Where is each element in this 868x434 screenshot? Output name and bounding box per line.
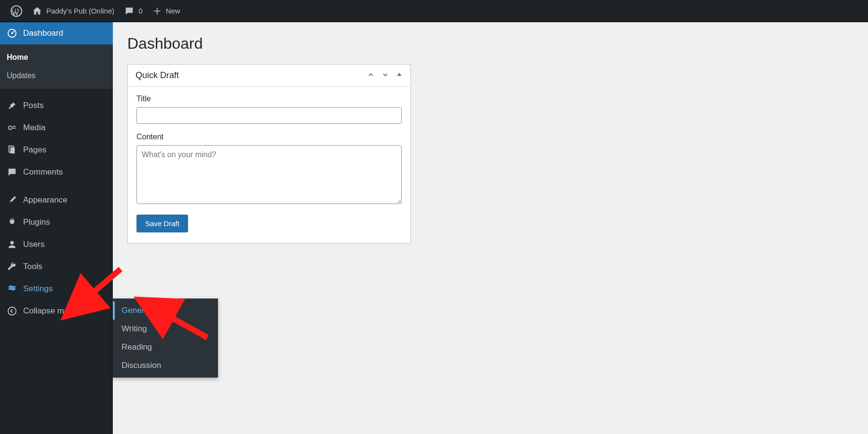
sidebar-item-label: Collapse menu bbox=[23, 306, 78, 316]
widget-header: Quick Draft bbox=[128, 65, 410, 87]
admin-sidebar: Dashboard Home Updates Posts Media Pages… bbox=[0, 22, 113, 434]
svg-rect-5 bbox=[10, 148, 14, 154]
sidebar-item-label: Appearance bbox=[23, 195, 68, 205]
new-content-link[interactable]: New bbox=[148, 0, 185, 22]
sidebar-item-dashboard[interactable]: Dashboard bbox=[0, 22, 113, 44]
chevron-up-icon[interactable] bbox=[367, 71, 375, 81]
wrench-icon bbox=[7, 261, 17, 272]
site-name: Paddy's Pub (Online) bbox=[46, 7, 114, 15]
home-icon bbox=[32, 6, 42, 16]
site-link[interactable]: Paddy's Pub (Online) bbox=[27, 0, 119, 22]
sidebar-item-label: Media bbox=[23, 123, 45, 133]
sidebar-item-label: Posts bbox=[23, 101, 44, 110]
plus-icon bbox=[152, 6, 162, 16]
sidebar-item-label: Settings bbox=[23, 284, 53, 294]
wordpress-icon bbox=[11, 5, 22, 17]
svg-point-11 bbox=[8, 307, 16, 315]
triangle-up-icon[interactable] bbox=[396, 71, 403, 81]
submenu-item-home[interactable]: Home bbox=[0, 48, 113, 67]
sidebar-item-pages[interactable]: Pages bbox=[0, 139, 113, 161]
comments-count: 0 bbox=[138, 7, 142, 15]
pages-icon bbox=[7, 145, 17, 155]
user-icon bbox=[7, 239, 17, 250]
sidebar-item-label: Tools bbox=[23, 262, 42, 271]
sidebar-item-appearance[interactable]: Appearance bbox=[0, 189, 113, 211]
collapse-icon bbox=[7, 306, 17, 316]
main-content: Dashboard Quick Draft Title Content Save… bbox=[113, 22, 868, 256]
sidebar-item-label: Plugins bbox=[23, 217, 50, 227]
plug-icon bbox=[7, 217, 17, 228]
brush-icon bbox=[7, 195, 17, 205]
title-input[interactable] bbox=[136, 107, 402, 124]
dashboard-icon bbox=[7, 28, 17, 39]
sidebar-item-settings[interactable]: Settings bbox=[0, 278, 113, 300]
page-title: Dashboard bbox=[127, 35, 854, 53]
new-label: New bbox=[166, 7, 180, 15]
svg-point-3 bbox=[9, 126, 12, 129]
sidebar-item-posts[interactable]: Posts bbox=[0, 95, 113, 117]
settings-flyout: General Writing Reading Discussion bbox=[113, 298, 218, 378]
widget-controls bbox=[367, 71, 403, 81]
svg-rect-10 bbox=[13, 287, 14, 290]
sidebar-item-tools[interactable]: Tools bbox=[0, 256, 113, 278]
svg-point-2 bbox=[11, 32, 13, 34]
chevron-down-icon[interactable] bbox=[381, 71, 389, 81]
svg-point-6 bbox=[10, 241, 14, 244]
sidebar-item-media[interactable]: Media bbox=[0, 117, 113, 139]
sidebar-item-plugins[interactable]: Plugins bbox=[0, 211, 113, 233]
sidebar-item-label: Pages bbox=[23, 145, 46, 155]
save-draft-button[interactable]: Save Draft bbox=[136, 215, 188, 232]
widget-title: Quick Draft bbox=[136, 70, 179, 81]
comment-icon bbox=[124, 6, 135, 16]
settings-icon bbox=[7, 284, 17, 294]
sidebar-item-label: Dashboard bbox=[23, 28, 63, 38]
comments-link[interactable]: 0 bbox=[119, 0, 147, 22]
flyout-item-reading[interactable]: Reading bbox=[113, 338, 218, 356]
dashboard-submenu: Home Updates bbox=[0, 44, 113, 89]
pin-icon bbox=[7, 100, 17, 111]
admin-bar: Paddy's Pub (Online) 0 New bbox=[0, 0, 868, 22]
sidebar-item-users[interactable]: Users bbox=[0, 233, 113, 256]
sidebar-collapse[interactable]: Collapse menu bbox=[0, 300, 113, 322]
svg-rect-8 bbox=[9, 288, 16, 290]
sidebar-item-comments[interactable]: Comments bbox=[0, 161, 113, 183]
wp-logo[interactable] bbox=[6, 0, 27, 22]
flyout-item-writing[interactable]: Writing bbox=[113, 320, 218, 338]
svg-rect-7 bbox=[9, 286, 16, 288]
sidebar-item-label: Users bbox=[23, 240, 44, 249]
sidebar-item-label: Comments bbox=[23, 167, 63, 177]
comments-icon bbox=[7, 167, 17, 177]
submenu-item-updates[interactable]: Updates bbox=[0, 67, 113, 85]
flyout-item-discussion[interactable]: Discussion bbox=[113, 356, 218, 375]
title-label: Title bbox=[136, 95, 402, 103]
svg-rect-9 bbox=[10, 285, 12, 288]
quick-draft-widget: Quick Draft Title Content Save Draft bbox=[127, 64, 411, 244]
content-textarea[interactable] bbox=[136, 145, 402, 204]
flyout-item-general[interactable]: General bbox=[113, 301, 218, 320]
content-label: Content bbox=[136, 133, 402, 141]
widget-body: Title Content Save Draft bbox=[128, 87, 410, 243]
media-icon bbox=[7, 122, 17, 133]
